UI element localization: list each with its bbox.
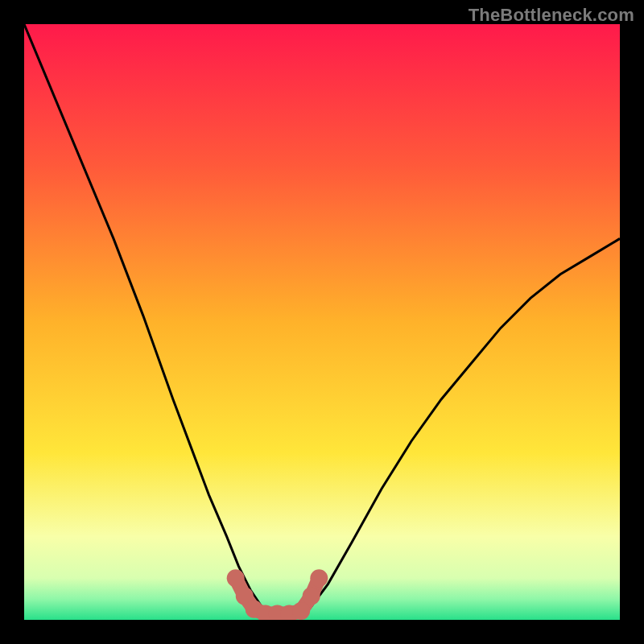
- minimum-marker-dot: [303, 587, 320, 605]
- minimum-marker-dot: [310, 569, 328, 587]
- minimum-marker-dot: [227, 569, 245, 587]
- gradient-background: [24, 24, 620, 620]
- chart-svg: [24, 24, 620, 620]
- outer-frame: TheBottleneck.com: [0, 0, 644, 644]
- minimum-marker-dot: [292, 602, 310, 620]
- watermark-text: TheBottleneck.com: [469, 5, 634, 26]
- plot-area: [24, 24, 620, 620]
